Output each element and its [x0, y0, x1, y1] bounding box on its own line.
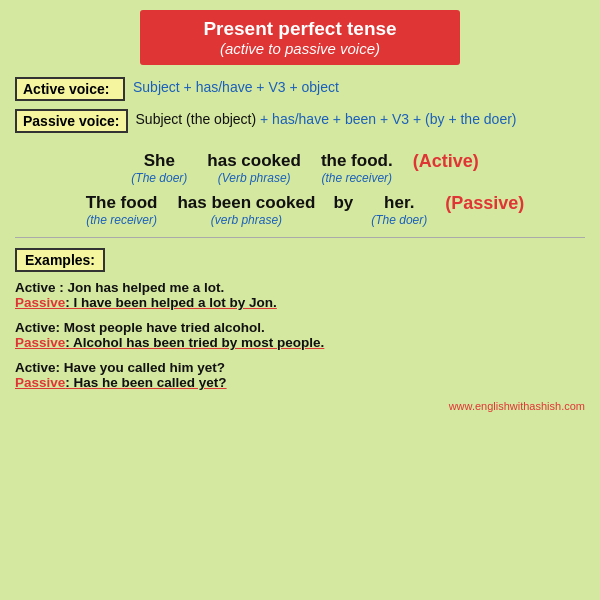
main-container: Present perfect tense (active to passive…: [0, 0, 600, 600]
active-voice-formula: Subject + has/have + V3 + object: [133, 77, 339, 95]
word-the-food-passive: The food (the receiver): [76, 193, 168, 227]
passive-sentence-block: The food (the receiver) has been cooked …: [15, 193, 585, 227]
word-has-cooked: has cooked (Verb phrase): [197, 151, 311, 185]
active-voice-row: Active voice: Subject + has/have + V3 + …: [15, 77, 585, 101]
examples-section: Examples: Active : Jon has helped me a l…: [15, 248, 585, 390]
example-2-passive: Passive: Alcohol has been tried by most …: [15, 335, 585, 350]
passive-voice-row: Passive voice: Subject (the object) + ha…: [15, 109, 585, 133]
active-label: (Active): [413, 151, 479, 172]
word-she: She (The doer): [121, 151, 197, 185]
title-main: Present perfect tense: [160, 18, 440, 40]
word-by: by: [325, 193, 361, 213]
passive-voice-formula: Subject (the object) + has/have + been +…: [136, 109, 517, 127]
website: www.englishwithashish.com: [15, 400, 585, 412]
active-sentence-block: She (The doer) has cooked (Verb phrase) …: [15, 151, 585, 185]
divider: [15, 237, 585, 238]
passive-voice-label: Passive voice:: [15, 109, 128, 133]
example-1-passive: Passive: I have been helped a lot by Jon…: [15, 295, 585, 310]
example-2: Active: Most people have tried alcohol. …: [15, 320, 585, 350]
example-1-active: Active : Jon has helped me a lot.: [15, 280, 585, 295]
examples-label: Examples:: [15, 248, 105, 272]
example-3-active: Active: Have you called him yet?: [15, 360, 585, 375]
title-sub: (active to passive voice): [160, 40, 440, 57]
active-voice-label: Active voice:: [15, 77, 125, 101]
example-1: Active : Jon has helped me a lot. Passiv…: [15, 280, 585, 310]
word-has-been-cooked: has been cooked (verb phrase): [167, 193, 325, 227]
passive-label: (Passive): [445, 193, 524, 214]
example-3-passive: Passive: Has he been called yet?: [15, 375, 585, 390]
word-the-food: the food. (the receiver): [311, 151, 403, 185]
title-box: Present perfect tense (active to passive…: [140, 10, 460, 65]
example-3: Active: Have you called him yet? Passive…: [15, 360, 585, 390]
example-2-active: Active: Most people have tried alcohol.: [15, 320, 585, 335]
word-her: her. (The doer): [361, 193, 437, 227]
